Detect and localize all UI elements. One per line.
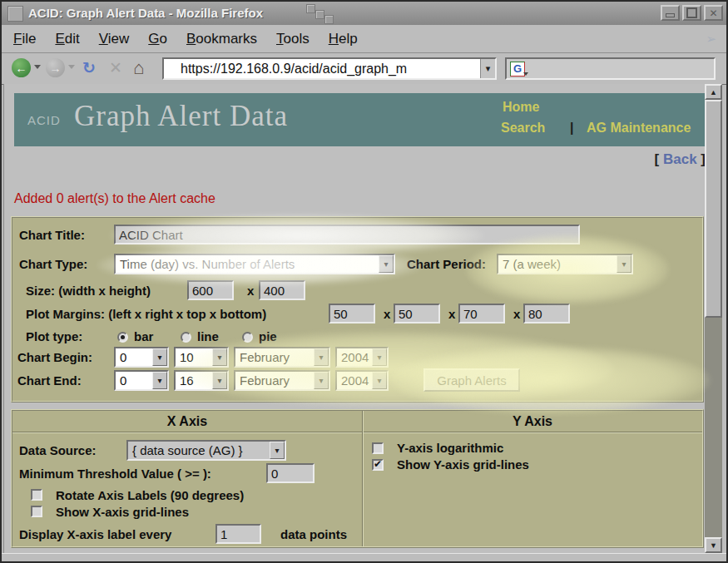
chevron-down-icon[interactable]: ▾ [212, 372, 227, 389]
search-link[interactable]: Search [501, 121, 545, 136]
graph-alerts-button[interactable]: Graph Alerts [423, 368, 520, 392]
rotate-labels-label[interactable]: Rotate Axis Labels (90 degrees) [56, 488, 244, 502]
chevron-down-icon[interactable]: ▾ [152, 372, 167, 389]
chevron-down-icon[interactable]: ▾ [314, 372, 329, 389]
maximize-button[interactable] [682, 5, 701, 21]
search-box[interactable]: G [505, 57, 716, 80]
back-button[interactable]: ← [12, 58, 31, 77]
page-content: ACID Graph Alert Data Home Search | AG M… [3, 84, 705, 553]
y-log-label[interactable]: Y-axis logarithmic [397, 441, 503, 455]
chevron-down-icon[interactable]: ▾ [152, 348, 167, 366]
size-label: Size: (width x height) [26, 284, 151, 298]
begin-month-value: February [240, 350, 290, 364]
reload-button[interactable]: ↻ [82, 58, 96, 77]
y-gridlines-label[interactable]: Show Y-axis grid-lines [397, 457, 529, 472]
menu-file[interactable]: File [13, 31, 36, 47]
scroll-up-icon: ▲ [710, 88, 717, 96]
chevron-down-icon[interactable]: ▾ [212, 348, 227, 366]
margin-bottom-input[interactable] [523, 304, 570, 323]
menu-go[interactable]: Go [148, 31, 167, 47]
chevron-down-icon[interactable]: ▾ [617, 255, 631, 273]
size-separator: x [247, 284, 254, 298]
begin-day-value: 10 [180, 350, 194, 364]
forward-button[interactable]: → [46, 58, 65, 77]
search-engine-dropdown-icon[interactable] [523, 72, 528, 76]
page-title: Graph Alert Data [74, 100, 288, 133]
forward-dropdown-icon[interactable] [68, 65, 75, 69]
plot-type-radio-line[interactable] [181, 332, 191, 343]
chevron-down-icon[interactable]: ▾ [270, 442, 285, 459]
plot-type-radio-pie[interactable] [242, 332, 253, 343]
end-year-select[interactable]: 2004 ▾ [335, 370, 389, 391]
margin-right-input[interactable] [394, 304, 440, 323]
stop-button[interactable]: ✕ [109, 58, 122, 77]
window-menu-icon[interactable] [7, 6, 23, 22]
link-separator: | [570, 121, 573, 136]
menu-help[interactable]: Help [329, 31, 358, 47]
end-hour-select[interactable]: 0 ▾ [114, 370, 169, 391]
titlebar-decoration [306, 4, 315, 13]
axes-form: X Axis Y Axis Data Source: { data source… [11, 409, 704, 548]
titlebar[interactable]: ACID: Graph Alert Data - Mozilla Firefox… [2, 2, 726, 26]
minimize-button[interactable] [661, 5, 680, 21]
x-gridlines-checkbox[interactable] [31, 506, 42, 517]
titlebar-decoration [315, 10, 324, 19]
x-gridlines-label[interactable]: Show X-axis grid-lines [56, 505, 189, 519]
back-link-prefix: [ [655, 151, 663, 167]
margin-top-input[interactable] [458, 304, 505, 323]
menu-bookmarks[interactable]: Bookmarks [186, 31, 257, 47]
home-link[interactable]: Home [503, 100, 539, 115]
ag-maintenance-link[interactable]: AG Maintenance [587, 121, 691, 136]
plot-margins-label: Plot Margins: (left x right x top x bott… [26, 307, 266, 321]
chart-title-input[interactable] [114, 225, 580, 244]
rotate-labels-checkbox[interactable] [31, 489, 42, 501]
plot-type-radio-bar[interactable] [117, 332, 128, 343]
size-width-input[interactable] [187, 280, 234, 300]
y-log-checkbox[interactable] [372, 442, 384, 454]
chart-type-label: Chart Type: [19, 257, 87, 271]
plot-type-line-label[interactable]: line [197, 329, 219, 343]
url-bar[interactable]: https://192.168.0.9/acid/acid_graph_m ▾ [162, 57, 497, 80]
data-source-label: Data Source: [19, 443, 97, 457]
end-year-value: 2004 [341, 373, 369, 388]
menu-view[interactable]: View [99, 31, 130, 47]
scroll-down-button[interactable]: ▼ [705, 537, 722, 553]
back-dropdown-icon[interactable] [34, 65, 41, 69]
window-title: ACID: Graph Alert Data - Mozilla Firefox [28, 6, 263, 20]
begin-hour-select[interactable]: 0 ▾ [114, 347, 169, 368]
chevron-down-icon[interactable]: ▾ [379, 255, 394, 273]
close-button[interactable]: ✕ [704, 5, 723, 21]
scrollbar-thumb[interactable] [705, 100, 722, 318]
back-page-link[interactable]: Back [663, 151, 697, 167]
threshold-input[interactable] [266, 463, 314, 483]
size-height-input[interactable] [259, 280, 305, 300]
chart-type-select[interactable]: Time (day) vs. Number of Alerts ▾ [114, 254, 395, 274]
home-button[interactable]: ⌂ [133, 58, 144, 77]
scroll-up-button[interactable]: ▲ [705, 84, 722, 100]
data-source-select[interactable]: { data source (AG) } ▾ [126, 440, 286, 461]
plot-type-pie-label[interactable]: pie [259, 329, 277, 343]
label-every-input[interactable] [215, 524, 261, 544]
menu-tools[interactable]: Tools [276, 31, 310, 47]
begin-year-select[interactable]: 2004 ▾ [335, 347, 389, 368]
begin-month-select[interactable]: February ▾ [234, 347, 330, 368]
menu-edit[interactable]: Edit [55, 31, 79, 47]
browser-window: ACID: Graph Alert Data - Mozilla Firefox… [0, 0, 728, 563]
chart-options-form: Chart Title: Chart Type: Time (day) vs. … [11, 216, 704, 402]
chart-period-select[interactable]: 7 (a week) ▾ [497, 254, 633, 274]
end-month-select[interactable]: February ▾ [234, 370, 330, 391]
plot-type-bar-label[interactable]: bar [134, 329, 153, 343]
url-dropdown-button[interactable]: ▾ [480, 59, 495, 78]
chart-period-label: Chart Period: [407, 257, 486, 271]
begin-day-select[interactable]: 10 ▾ [174, 347, 229, 368]
vertical-scrollbar[interactable]: ▲ ▼ [705, 84, 722, 553]
y-gridlines-checkbox[interactable] [372, 459, 384, 471]
chevron-down-icon[interactable]: ▾ [372, 372, 387, 389]
chevron-down-icon[interactable]: ▾ [314, 348, 329, 366]
scroll-down-icon: ▼ [710, 541, 717, 550]
minimize-icon [666, 13, 675, 17]
end-day-select[interactable]: 16 ▾ [174, 370, 229, 391]
chevron-down-icon[interactable]: ▾ [372, 348, 387, 366]
margin-left-input[interactable] [329, 304, 375, 323]
begin-hour-value: 0 [120, 350, 126, 364]
